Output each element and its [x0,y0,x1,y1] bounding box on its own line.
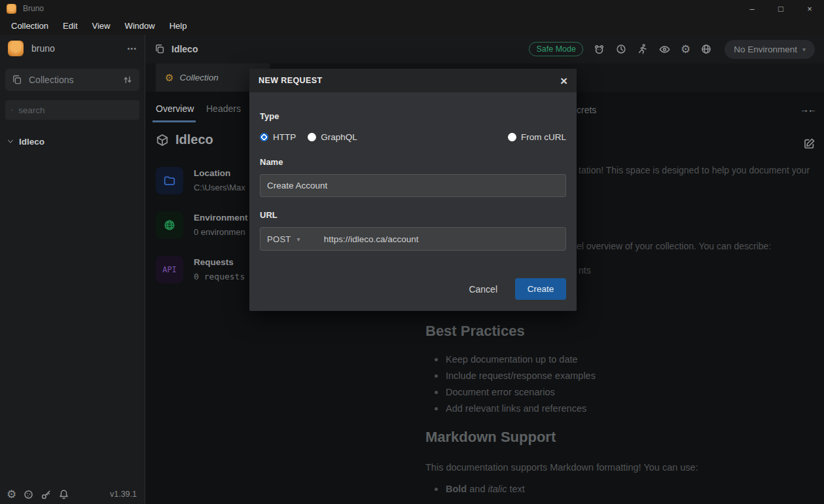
search-input[interactable] [18,105,134,115]
titlebar: Bruno – □ × [0,0,824,17]
list-item: Include request/response examples [435,371,821,381]
collection-title: Idleco [175,132,213,147]
name-label: Name [260,157,566,167]
minimize-button[interactable]: – [738,0,766,17]
subtab-secrets-fragment[interactable]: crets [577,105,596,115]
request-name-input[interactable] [260,174,566,197]
radio-graphql-label: GraphQL [321,132,357,142]
bruno-app-window: Bruno – □ × Collection Edit View Window … [0,0,824,504]
type-label: Type [260,111,566,121]
bruno-avatar [8,41,24,56]
eye-icon[interactable] [658,43,671,56]
collection-title-row: Idleco [156,132,213,147]
collection-gear-icon: ⚙ [165,73,173,82]
modal-close-icon[interactable]: × [560,75,567,87]
api-icon: API [156,256,183,283]
modal-header: NEW REQUEST × [249,69,577,92]
radio-from-curl[interactable] [508,133,516,141]
environment-label: No Environment [734,45,797,54]
collections-header[interactable]: Collections [5,69,139,91]
dog-icon[interactable] [593,43,605,56]
gear-icon[interactable]: ⚙ [681,44,690,55]
best-practices-heading: Best Practices [425,322,821,340]
tab-collection-label: Collection [179,73,218,82]
list-item: Add relevant links and references [435,404,821,414]
window-title: Bruno [23,4,44,13]
workspace-menu-button[interactable]: ••• [127,45,137,52]
markdown-support-heading: Markdown Support [425,428,821,446]
collapse-panel-icon[interactable]: →← [800,104,815,115]
list-item: Bold and italic text [435,484,821,494]
doc-fragment-2: el overview of your collection. You can … [577,241,771,251]
cookie-icon[interactable] [23,489,34,500]
environment-selector[interactable]: No Environment ▾ [725,40,815,59]
collection-copy-icon [154,44,165,54]
radio-graphql[interactable] [308,133,316,141]
collections-label: Collections [29,75,73,85]
sidebar-item-idleco[interactable]: Idleco [0,133,145,150]
menu-collection[interactable]: Collection [4,21,56,31]
doc-fragment-3: nts [579,265,591,276]
env-globe-icon [156,211,183,239]
collection-breadcrumb: Idleco [171,44,198,54]
modal-body: Type HTTP GraphQL From cURL Name URL [249,92,577,300]
menu-window[interactable]: Window [117,21,162,31]
menu-edit[interactable]: Edit [56,21,84,31]
markdown-list: Bold and italic text [435,484,821,494]
bruno-logo-icon [7,4,16,14]
collections-icon [12,75,22,85]
menu-help[interactable]: Help [162,21,194,31]
close-window-button[interactable]: × [795,0,824,17]
main-header: Idleco Safe Mode ⚙ No Environment ▾ [145,35,824,63]
settings-icon[interactable]: ⚙ [7,489,16,500]
menu-view[interactable]: View [85,21,118,31]
new-request-modal: NEW REQUEST × Type HTTP GraphQL From cUR… [249,69,577,311]
doc-fragment-1: tation! This space is designed to help y… [579,165,810,175]
runner-icon[interactable] [637,43,649,55]
modal-footer: Cancel Create [260,278,566,300]
active-subtab-underline [152,120,196,122]
clock-icon[interactable] [615,43,627,55]
sidebar: bruno ••• Collections Idleco ⚙ [0,35,145,504]
request-type-options: HTTP GraphQL From cURL [260,132,566,142]
list-item: Keep documentation up to date [435,355,821,365]
search-box [5,100,139,120]
request-url-input[interactable] [324,234,559,244]
sidebar-footer: ⚙ [7,489,69,500]
safe-mode-badge[interactable]: Safe Mode [529,42,582,56]
package-icon [156,134,169,147]
key-icon[interactable] [41,489,52,500]
subtab-headers[interactable]: Headers [206,103,241,114]
method-caret-icon[interactable]: ▾ [297,236,300,243]
maximize-button[interactable]: □ [766,0,795,17]
modal-title: NEW REQUEST [259,76,322,85]
radio-from-curl-label: From cURL [521,132,566,142]
menubar: Collection Edit View Window Help [0,17,824,35]
globe-icon[interactable] [700,43,712,55]
option-graphql: GraphQL [308,132,357,142]
folder-icon [156,167,183,194]
radio-http[interactable] [260,133,268,141]
list-item: Document error scenarios [435,387,821,397]
workspace-name: bruno [31,43,55,54]
sort-icon[interactable] [122,75,133,85]
cancel-button[interactable]: Cancel [469,284,497,295]
bell-icon[interactable] [58,489,69,500]
create-button[interactable]: Create [515,278,566,300]
workspace-row: bruno ••• [0,35,145,62]
option-from-curl: From cURL [508,132,566,142]
method-dropdown[interactable]: POST [267,234,291,244]
url-field: POST ▾ [260,227,566,251]
search-icon [10,105,13,115]
chevron-down-icon [7,137,14,145]
radio-http-label: HTTP [273,132,296,142]
collection-name-label: Idleco [19,137,45,147]
option-http: HTTP [260,132,296,142]
edit-icon[interactable] [803,137,815,150]
url-label: URL [260,210,566,220]
window-controls: – □ × [738,0,824,17]
best-practices-list: Keep documentation up to date Include re… [435,355,821,414]
documentation-block: Best Practices Keep documentation up to … [425,322,821,501]
subtab-overview[interactable]: Overview [156,103,194,114]
caret-down-icon: ▾ [802,46,806,53]
